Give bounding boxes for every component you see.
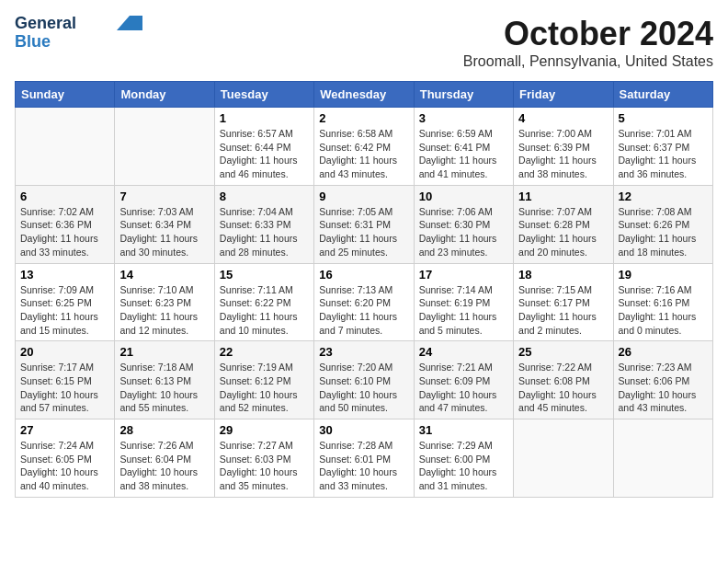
column-header-monday: Monday (115, 82, 214, 108)
day-info: Sunrise: 7:11 AM Sunset: 6:22 PM Dayligh… (220, 283, 309, 338)
day-info: Sunrise: 7:23 AM Sunset: 6:06 PM Dayligh… (619, 361, 708, 415)
day-info: Sunrise: 7:04 AM Sunset: 6:33 PM Dayligh… (220, 205, 309, 259)
calendar-cell: 15Sunrise: 7:11 AM Sunset: 6:22 PM Dayli… (214, 263, 313, 341)
day-info: Sunrise: 7:21 AM Sunset: 6:09 PM Dayligh… (419, 361, 508, 415)
column-header-saturday: Saturday (613, 82, 712, 108)
calendar-cell: 21Sunrise: 7:18 AM Sunset: 6:13 PM Dayli… (115, 341, 214, 419)
day-info: Sunrise: 7:17 AM Sunset: 6:15 PM Dayligh… (20, 361, 109, 415)
calendar-cell: 27Sunrise: 7:24 AM Sunset: 6:05 PM Dayli… (16, 419, 115, 498)
calendar-cell: 24Sunrise: 7:21 AM Sunset: 6:09 PM Dayli… (414, 341, 513, 419)
logo-text-general: General (15, 15, 76, 33)
day-info: Sunrise: 7:20 AM Sunset: 6:10 PM Dayligh… (319, 361, 408, 415)
day-number: 30 (319, 423, 408, 437)
calendar-cell: 14Sunrise: 7:10 AM Sunset: 6:23 PM Dayli… (115, 263, 214, 341)
day-info: Sunrise: 7:06 AM Sunset: 6:30 PM Dayligh… (419, 205, 508, 259)
calendar-week-row: 20Sunrise: 7:17 AM Sunset: 6:15 PM Dayli… (16, 341, 713, 419)
day-number: 16 (319, 268, 408, 282)
day-info: Sunrise: 7:13 AM Sunset: 6:20 PM Dayligh… (319, 283, 408, 338)
calendar-cell: 8Sunrise: 7:04 AM Sunset: 6:33 PM Daylig… (214, 185, 313, 263)
calendar-cell: 5Sunrise: 7:01 AM Sunset: 6:37 PM Daylig… (613, 108, 712, 186)
day-info: Sunrise: 7:18 AM Sunset: 6:13 PM Dayligh… (119, 361, 209, 415)
calendar-table: SundayMondayTuesdayWednesdayThursdayFrid… (15, 81, 713, 498)
calendar-cell: 11Sunrise: 7:07 AM Sunset: 6:28 PM Dayli… (514, 185, 613, 263)
day-number: 13 (20, 268, 109, 282)
calendar-cell: 2Sunrise: 6:58 AM Sunset: 6:42 PM Daylig… (314, 108, 414, 186)
logo: General Blue (15, 15, 142, 52)
calendar-cell: 10Sunrise: 7:06 AM Sunset: 6:30 PM Dayli… (414, 185, 513, 263)
calendar-cell: 1Sunrise: 6:57 AM Sunset: 6:44 PM Daylig… (214, 108, 313, 186)
day-number: 28 (119, 423, 209, 437)
day-number: 11 (518, 190, 608, 203)
calendar-week-row: 27Sunrise: 7:24 AM Sunset: 6:05 PM Dayli… (16, 419, 713, 498)
day-info: Sunrise: 7:09 AM Sunset: 6:25 PM Dayligh… (20, 283, 109, 338)
day-number: 2 (319, 111, 408, 125)
day-number: 24 (419, 345, 508, 359)
day-number: 27 (20, 423, 109, 437)
day-number: 20 (20, 345, 109, 359)
logo-icon (117, 16, 142, 30)
calendar-cell: 4Sunrise: 7:00 AM Sunset: 6:39 PM Daylig… (514, 108, 613, 186)
calendar-cell (514, 419, 613, 498)
day-number: 4 (518, 111, 608, 125)
column-header-tuesday: Tuesday (214, 82, 313, 108)
day-info: Sunrise: 7:02 AM Sunset: 6:36 PM Dayligh… (20, 205, 109, 259)
day-number: 5 (619, 111, 708, 125)
calendar-cell: 9Sunrise: 7:05 AM Sunset: 6:31 PM Daylig… (314, 185, 414, 263)
day-number: 17 (419, 268, 508, 282)
day-info: Sunrise: 7:03 AM Sunset: 6:34 PM Dayligh… (119, 205, 209, 259)
calendar-week-row: 1Sunrise: 6:57 AM Sunset: 6:44 PM Daylig… (16, 108, 713, 186)
calendar-cell: 25Sunrise: 7:22 AM Sunset: 6:08 PM Dayli… (514, 341, 613, 419)
day-number: 26 (619, 345, 708, 359)
calendar-cell (16, 108, 115, 186)
day-number: 29 (220, 423, 309, 437)
calendar-cell: 12Sunrise: 7:08 AM Sunset: 6:26 PM Dayli… (613, 185, 712, 263)
day-info: Sunrise: 7:16 AM Sunset: 6:16 PM Dayligh… (619, 283, 708, 338)
column-header-thursday: Thursday (414, 82, 513, 108)
header: General Blue October 2024 Broomall, Penn… (15, 15, 713, 70)
calendar-cell: 30Sunrise: 7:28 AM Sunset: 6:01 PM Dayli… (314, 419, 414, 498)
day-info: Sunrise: 7:22 AM Sunset: 6:08 PM Dayligh… (518, 361, 608, 415)
calendar-cell (115, 108, 214, 186)
column-header-friday: Friday (514, 82, 613, 108)
day-info: Sunrise: 7:00 AM Sunset: 6:39 PM Dayligh… (518, 127, 608, 181)
svg-marker-0 (117, 16, 142, 30)
day-number: 25 (518, 345, 608, 359)
day-number: 31 (419, 423, 508, 437)
day-info: Sunrise: 7:29 AM Sunset: 6:00 PM Dayligh… (419, 439, 508, 493)
day-info: Sunrise: 7:14 AM Sunset: 6:19 PM Dayligh… (419, 283, 508, 338)
day-info: Sunrise: 7:08 AM Sunset: 6:26 PM Dayligh… (619, 205, 708, 259)
day-info: Sunrise: 7:07 AM Sunset: 6:28 PM Dayligh… (518, 205, 608, 259)
day-number: 19 (619, 268, 708, 282)
calendar-cell: 23Sunrise: 7:20 AM Sunset: 6:10 PM Dayli… (314, 341, 414, 419)
day-info: Sunrise: 7:19 AM Sunset: 6:12 PM Dayligh… (220, 361, 309, 415)
day-number: 10 (419, 190, 508, 203)
calendar-cell: 18Sunrise: 7:15 AM Sunset: 6:17 PM Dayli… (514, 263, 613, 341)
calendar-cell: 6Sunrise: 7:02 AM Sunset: 6:36 PM Daylig… (16, 185, 115, 263)
calendar-cell: 3Sunrise: 6:59 AM Sunset: 6:41 PM Daylig… (414, 108, 513, 186)
calendar-cell: 7Sunrise: 7:03 AM Sunset: 6:34 PM Daylig… (115, 185, 214, 263)
calendar-header-row: SundayMondayTuesdayWednesdayThursdayFrid… (16, 82, 713, 108)
day-info: Sunrise: 7:05 AM Sunset: 6:31 PM Dayligh… (319, 205, 408, 259)
column-header-wednesday: Wednesday (314, 82, 414, 108)
day-number: 21 (119, 345, 209, 359)
day-number: 6 (20, 190, 109, 203)
day-number: 22 (220, 345, 309, 359)
day-number: 7 (119, 190, 209, 203)
day-number: 8 (220, 190, 309, 203)
column-header-sunday: Sunday (16, 82, 115, 108)
day-number: 15 (220, 268, 309, 282)
calendar-cell: 22Sunrise: 7:19 AM Sunset: 6:12 PM Dayli… (214, 341, 313, 419)
calendar-cell: 28Sunrise: 7:26 AM Sunset: 6:04 PM Dayli… (115, 419, 214, 498)
logo-text-blue: Blue (15, 33, 51, 52)
day-info: Sunrise: 6:58 AM Sunset: 6:42 PM Dayligh… (319, 127, 408, 181)
day-number: 1 (220, 111, 309, 125)
day-info: Sunrise: 7:24 AM Sunset: 6:05 PM Dayligh… (20, 439, 109, 493)
day-info: Sunrise: 6:59 AM Sunset: 6:41 PM Dayligh… (419, 127, 508, 181)
day-info: Sunrise: 7:15 AM Sunset: 6:17 PM Dayligh… (518, 283, 608, 338)
calendar-cell: 29Sunrise: 7:27 AM Sunset: 6:03 PM Dayli… (214, 419, 313, 498)
day-info: Sunrise: 7:01 AM Sunset: 6:37 PM Dayligh… (619, 127, 708, 181)
calendar-week-row: 13Sunrise: 7:09 AM Sunset: 6:25 PM Dayli… (16, 263, 713, 341)
calendar-cell (613, 419, 712, 498)
calendar-cell: 17Sunrise: 7:14 AM Sunset: 6:19 PM Dayli… (414, 263, 513, 341)
calendar-cell: 31Sunrise: 7:29 AM Sunset: 6:00 PM Dayli… (414, 419, 513, 498)
